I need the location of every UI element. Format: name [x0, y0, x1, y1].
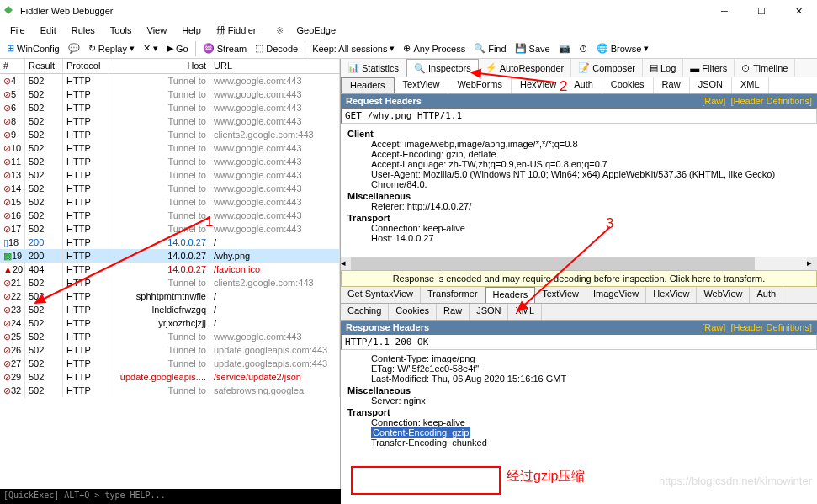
resp-raw-link[interactable]: [Raw] — [702, 322, 725, 332]
session-row[interactable]: ⊘24502HTTPyrjxozrhcjzjj/ — [0, 316, 340, 330]
session-row[interactable]: ⊘8502HTTPTunnel towww.google.com:443 — [0, 114, 340, 128]
reqtab-webforms[interactable]: WebForms — [448, 77, 512, 93]
reqtab-auth[interactable]: Auth — [565, 77, 602, 93]
session-row[interactable]: ⊘11502HTTPTunnel towww.google.com:443 — [0, 155, 340, 168]
go-button[interactable]: ▶Go — [163, 41, 192, 56]
reqtab-json[interactable]: JSON — [690, 77, 732, 93]
req-scrollbar[interactable]: ◂▸ — [341, 257, 817, 270]
reqtab-cookies[interactable]: Cookies — [602, 77, 654, 93]
col-protocol[interactable]: Protocol — [63, 59, 109, 73]
tab-composer[interactable]: 📝Composer — [571, 59, 643, 77]
session-row[interactable]: ▯18200HTTP14.0.0.27/ — [0, 236, 340, 249]
resptab-hexview[interactable]: HexView — [646, 287, 697, 303]
remove-button[interactable]: ✕ ▾ — [140, 41, 162, 56]
resptab-textview[interactable]: TextView — [535, 287, 586, 303]
session-row[interactable]: ▲20404HTTP14.0.0.27/favicon.ico — [0, 263, 340, 276]
browse-button[interactable]: 🌐Browse ▾ — [593, 41, 653, 56]
session-row[interactable]: ⊘13502HTTPTunnel towww.google.com:443 — [0, 168, 340, 182]
session-row[interactable]: ⊘4502HTTPTunnel towww.google.com:443 — [0, 74, 340, 88]
response-subtabs2: Caching Cookies Raw JSON XML — [341, 304, 817, 321]
toolbar: ⊞WinConfig 💬 ↻Replay ▾ ✕ ▾ ▶Go ♒Stream ⬚… — [0, 39, 817, 59]
reqtab-textview[interactable]: TextView — [395, 77, 449, 93]
minimize-button[interactable]: ─ — [706, 0, 743, 22]
decode-notice[interactable]: Response is encoded and may require deco… — [341, 270, 817, 287]
timer-button[interactable]: ⏱ — [576, 42, 592, 56]
reqtab-hexview[interactable]: HexView — [512, 77, 565, 93]
resp-defs-link[interactable]: [Header Definitions] — [730, 322, 812, 332]
maximize-button[interactable]: ☐ — [743, 0, 780, 22]
session-row[interactable]: ⊘17502HTTPTunnel towww.google.com:443 — [0, 222, 340, 236]
decode-button[interactable]: ⬚Decode — [252, 41, 301, 56]
tab-timeline[interactable]: ⏲Timeline — [735, 59, 795, 77]
session-row[interactable]: ⊘6502HTTPTunnel towww.google.com:443 — [0, 101, 340, 114]
find-button[interactable]: 🔍Find — [470, 41, 509, 56]
screenshot-button[interactable]: 📷 — [555, 41, 574, 56]
tab-statistics[interactable]: 📊Statistics — [341, 59, 406, 77]
menu-view[interactable]: View — [142, 24, 172, 37]
tab-autoresponder[interactable]: ⚡AutoResponder — [479, 59, 571, 77]
session-row[interactable]: ⊘27502HTTPTunnel toupdate.googleapis.com… — [0, 357, 340, 370]
close-button[interactable]: ✕ — [780, 0, 817, 22]
resptab-caching[interactable]: Caching — [341, 304, 389, 320]
resptab-imageview[interactable]: ImageView — [586, 287, 646, 303]
sessions-rows[interactable]: ⊘4502HTTPTunnel towww.google.com:443⊘550… — [0, 74, 340, 489]
session-row[interactable]: ⊘29502HTTPupdate.googleapis..../service/… — [0, 370, 340, 384]
resptab-auth[interactable]: Auth — [750, 287, 783, 303]
menu-file[interactable]: File — [5, 24, 30, 37]
menu-geoedge[interactable]: ※ GeoEdge — [266, 24, 346, 38]
session-row[interactable]: ⊘25502HTTPTunnel towww.google.com:443 — [0, 330, 340, 343]
annotation-3: 3 — [606, 215, 613, 232]
session-row[interactable]: ⊘15502HTTPTunnel towww.google.com:443 — [0, 195, 340, 209]
menu-help[interactable]: Help — [177, 24, 206, 37]
resptab-syntax[interactable]: Get SyntaxView — [341, 287, 421, 303]
tab-filters[interactable]: ▬Filters — [683, 59, 735, 77]
session-row[interactable]: ⊘16502HTTPTunnel towww.google.com:443 — [0, 209, 340, 222]
menubar: File Edit Rules Tools View Help 册 Fiddle… — [0, 22, 817, 39]
reqtab-xml[interactable]: XML — [732, 77, 769, 93]
tab-inspectors[interactable]: 🔍Inspectors — [406, 59, 479, 77]
session-row[interactable]: ⊘21502HTTPTunnel toclients2.google.com:4… — [0, 276, 340, 289]
menu-fiddler[interactable]: 册 Fiddler — [211, 23, 262, 39]
stream-button[interactable]: ♒Stream — [199, 41, 250, 56]
reqtab-headers[interactable]: Headers — [341, 77, 395, 93]
menu-edit[interactable]: Edit — [35, 24, 61, 37]
session-row[interactable]: ⊘26502HTTPTunnel toupdate.googleapis.com… — [0, 343, 340, 357]
session-row[interactable]: ⊘10502HTTPTunnel towww.google.com:443 — [0, 141, 340, 155]
resptab-raw[interactable]: Raw — [437, 304, 470, 320]
req-raw-link[interactable]: [Raw] — [702, 96, 725, 106]
col-url[interactable]: URL — [210, 59, 340, 73]
any-process[interactable]: ⊕Any Process — [400, 41, 469, 56]
req-defs-link[interactable]: [Header Definitions] — [730, 96, 812, 106]
resptab-transformer[interactable]: Transformer — [421, 287, 485, 303]
quickexec[interactable]: [QuickExec] ALT+Q > type HELP... — [0, 489, 341, 504]
resptab-cookies[interactable]: Cookies — [389, 304, 437, 320]
session-row[interactable]: ⊘23502HTTPlneldiefrwzgq/ — [0, 303, 340, 316]
keep-sessions[interactable]: Keep: All sessions ▾ — [309, 41, 398, 56]
save-button[interactable]: 💾Save — [512, 41, 554, 56]
menu-rules[interactable]: Rules — [66, 24, 100, 37]
session-row[interactable]: ⊘22502HTTPsphhtpmtmtnwfie/ — [0, 289, 340, 303]
tab-log[interactable]: ▤Log — [643, 59, 683, 77]
reqtab-raw[interactable]: Raw — [654, 77, 690, 93]
response-line: HTTP/1.1 200 OK — [341, 334, 817, 350]
resptab-headers[interactable]: Headers — [485, 287, 536, 303]
col-num[interactable]: # — [0, 59, 25, 73]
request-headers-body[interactable]: ClientAccept: image/webp,image/apng,imag… — [341, 124, 817, 257]
titlebar: Fiddler Web Debugger ─ ☐ ✕ — [0, 0, 817, 22]
session-row[interactable]: ⊘14502HTTPTunnel towww.google.com:443 — [0, 182, 340, 195]
resptab-xml[interactable]: XML — [508, 304, 542, 320]
session-row[interactable]: ⊘32502HTTPTunnel tosafebrowsing.googlea — [0, 384, 340, 397]
col-result[interactable]: Result — [25, 59, 63, 73]
col-host[interactable]: Host — [109, 59, 210, 73]
comment-button[interactable]: 💬 — [65, 41, 83, 56]
resptab-json[interactable]: JSON — [470, 304, 508, 320]
replay-button[interactable]: ↻Replay ▾ — [85, 41, 138, 56]
menu-tools[interactable]: Tools — [105, 24, 137, 37]
session-row[interactable]: ⊘5502HTTPTunnel towww.google.com:443 — [0, 88, 340, 101]
response-headers-title: Response Headers [Raw] [Header Definitio… — [341, 321, 817, 334]
resptab-webview[interactable]: WebView — [697, 287, 750, 303]
session-row[interactable]: ⊘9502HTTPTunnel toclients2.google.com:44… — [0, 128, 340, 141]
winconfig-button[interactable]: ⊞WinConfig — [3, 41, 63, 56]
window-title: Fiddler Web Debugger — [20, 6, 113, 16]
session-row[interactable]: ▩19200HTTP14.0.0.27/why.png — [0, 249, 340, 263]
